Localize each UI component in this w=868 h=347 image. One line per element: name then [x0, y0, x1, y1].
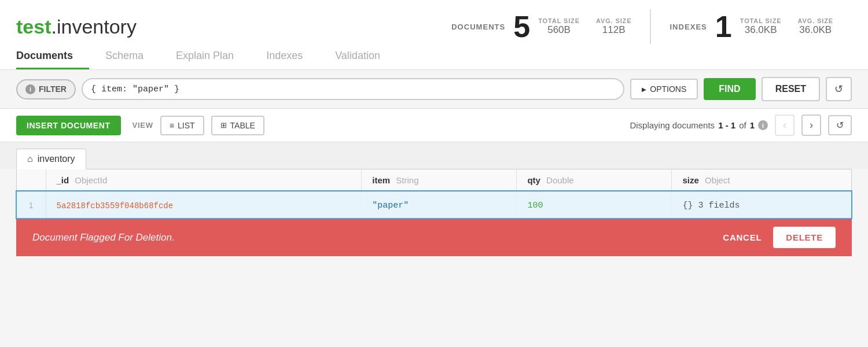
doc-tab-label: inventory	[38, 154, 75, 164]
display-total: 1	[750, 120, 755, 130]
options-button[interactable]: ▶ OPTIONS	[630, 79, 698, 99]
row-size-value: {} 3 fields	[682, 201, 740, 211]
col-item-type: String	[396, 175, 418, 185]
options-label: OPTIONS	[650, 84, 686, 94]
filter-input[interactable]	[91, 84, 615, 94]
table-container: _id ObjectId item String qty Double size…	[16, 169, 852, 219]
docs-stats: DOCUMENTS 5 TOTAL SIZE 560B AVG. SIZE 11…	[433, 12, 650, 42]
display-info-icon[interactable]: i	[758, 120, 768, 130]
doc-total-size-col: TOTAL SIZE 560B	[538, 17, 580, 36]
document-area: ⌂ inventory _id ObjectId item String	[0, 142, 868, 256]
doc-avg-size-col: AVG. SIZE 112B	[596, 17, 632, 36]
table-row: 1 5a2818fcb3559f048b68fcde "paper" 100 {…	[17, 191, 851, 218]
doc-avg-size: 112B	[602, 24, 626, 36]
col-id-type: ObjectId	[75, 175, 107, 185]
prev-page-button[interactable]: ‹	[775, 115, 795, 136]
col-id: _id ObjectId	[46, 169, 362, 191]
title-test: test	[16, 16, 51, 38]
idx-avg-size: 36.0KB	[799, 24, 832, 36]
doc-tab[interactable]: ⌂ inventory	[16, 149, 86, 169]
col-qty-name: qty	[527, 175, 540, 185]
display-range: 1 - 1	[718, 120, 735, 130]
action-bar: INSERT DOCUMENT VIEW ≡ LIST ⊞ TABLE Disp…	[0, 109, 868, 142]
filter-button[interactable]: i FILTER	[16, 79, 76, 99]
doc-size-stats: TOTAL SIZE 560B AVG. SIZE 112B	[538, 17, 631, 36]
row-size-cell: {} 3 fields	[672, 191, 851, 218]
options-arrow-icon: ▶	[642, 86, 646, 93]
col-item-name: item	[372, 175, 390, 185]
filter-input-area[interactable]	[82, 78, 624, 100]
doc-avg-size-label: AVG. SIZE	[596, 17, 632, 24]
row-item-value: "paper"	[372, 201, 409, 211]
of-text: of	[739, 120, 746, 130]
tabs: Documents Schema Explain Plan Indexes Va…	[0, 44, 868, 69]
col-id-name: _id	[57, 175, 69, 185]
idx-total-size-col: TOTAL SIZE 36.0KB	[740, 17, 782, 36]
row-id-value: 5a2818fcb3559f048b68fcde	[57, 201, 174, 211]
list-label: LIST	[178, 121, 195, 130]
document-table: _id ObjectId item String qty Double size…	[17, 169, 851, 218]
title-dot: .	[51, 16, 56, 38]
tab-explain-plan[interactable]: Explain Plan	[176, 44, 250, 69]
find-button[interactable]: FIND	[704, 78, 755, 100]
col-size-type: Object	[705, 175, 730, 185]
row-qty-cell: 100	[517, 191, 672, 218]
history-button[interactable]: ↺	[826, 77, 852, 101]
header: test.inventory DOCUMENTS 5 TOTAL SIZE 56…	[0, 0, 868, 70]
filter-info-icon: i	[25, 84, 35, 94]
row-id-cell: 5a2818fcb3559f048b68fcde	[46, 191, 362, 218]
list-view-button[interactable]: ≡ LIST	[160, 116, 204, 135]
header-top: test.inventory DOCUMENTS 5 TOTAL SIZE 56…	[0, 0, 868, 44]
cancel-deletion-button[interactable]: CANCEL	[711, 228, 773, 247]
col-qty-type: Double	[546, 175, 574, 185]
indexes-label: INDEXES	[670, 23, 707, 31]
reset-button[interactable]: RESET	[762, 77, 820, 101]
indexes-count: 1	[715, 12, 732, 42]
home-icon: ⌂	[27, 154, 33, 164]
list-icon: ≡	[170, 121, 174, 130]
idx-avg-size-label: AVG. SIZE	[797, 17, 833, 24]
idx-stats: INDEXES 1 TOTAL SIZE 36.0KB AVG. SIZE 36…	[651, 12, 852, 42]
row-qty-value: 100	[527, 201, 543, 211]
filter-toolbar: i FILTER ▶ OPTIONS FIND RESET ↺	[0, 70, 868, 109]
row-num-cell: 1	[17, 191, 46, 218]
table-icon: ⊞	[220, 121, 227, 130]
col-size-name: size	[682, 175, 698, 185]
documents-count: 5	[513, 12, 530, 42]
col-qty: qty Double	[517, 169, 672, 191]
stats-area: DOCUMENTS 5 TOTAL SIZE 560B AVG. SIZE 11…	[433, 9, 852, 44]
display-info: Displaying documents 1 - 1 of 1 i	[630, 120, 768, 130]
tab-documents[interactable]: Documents	[16, 44, 89, 69]
title-collection: inventory	[57, 16, 137, 38]
insert-document-button[interactable]: INSERT DOCUMENT	[16, 116, 121, 135]
table-label: TABLE	[230, 121, 255, 130]
idx-avg-size-col: AVG. SIZE 36.0KB	[797, 17, 833, 36]
doc-tab-header: ⌂ inventory	[0, 142, 868, 169]
tab-schema[interactable]: Schema	[105, 44, 160, 69]
idx-total-size-label: TOTAL SIZE	[740, 17, 782, 24]
deletion-banner: Document Flagged For Deletion. CANCEL DE…	[16, 219, 852, 256]
documents-label: DOCUMENTS	[451, 23, 505, 31]
doc-total-size: 560B	[547, 24, 571, 36]
refresh-button[interactable]: ↺	[828, 115, 852, 135]
doc-total-size-label: TOTAL SIZE	[538, 17, 580, 24]
db-collection-title: test.inventory	[16, 16, 137, 38]
table-view-button[interactable]: ⊞ TABLE	[211, 116, 264, 135]
idx-total-size: 36.0KB	[745, 24, 777, 36]
view-label: VIEW	[133, 121, 153, 130]
idx-size-stats: TOTAL SIZE 36.0KB AVG. SIZE 36.0KB	[740, 17, 833, 36]
tab-validation[interactable]: Validation	[335, 44, 396, 69]
delete-button[interactable]: DELETE	[773, 227, 836, 248]
next-page-button[interactable]: ›	[801, 115, 821, 136]
col-item: item String	[362, 169, 517, 191]
displaying-text: Displaying documents	[630, 120, 715, 130]
col-num	[17, 169, 46, 191]
tab-indexes[interactable]: Indexes	[266, 44, 319, 69]
row-item-cell: "paper"	[362, 191, 517, 218]
filter-label: FILTER	[39, 84, 67, 94]
deletion-message: Document Flagged For Deletion.	[32, 232, 711, 243]
table-header-row: _id ObjectId item String qty Double size…	[17, 169, 851, 191]
col-size: size Object	[672, 169, 851, 191]
